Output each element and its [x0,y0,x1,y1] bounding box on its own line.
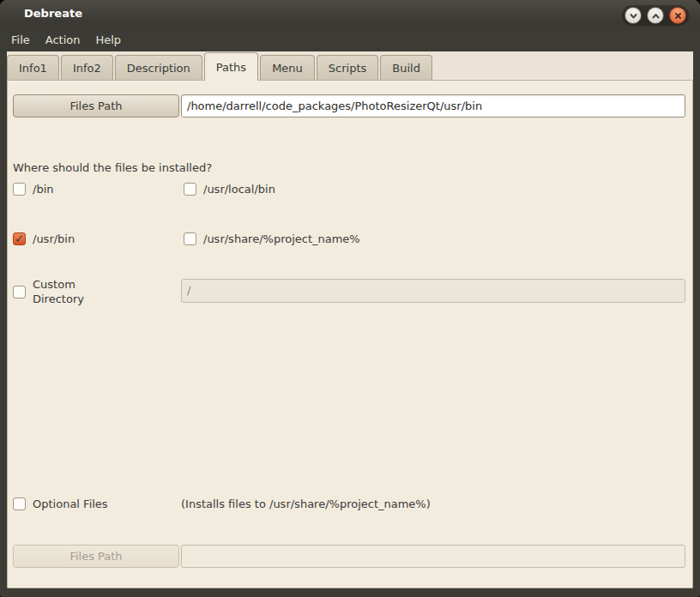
close-icon [673,11,683,21]
maximize-button[interactable] [647,7,664,24]
checkbox-usr-share-project-label: /usr/share/%project_name% [203,232,360,246]
tab-menu[interactable]: Menu [260,55,315,80]
custom-directory-input: / [181,279,685,303]
tab-strip: Info1 Info2 Description Paths Menu Scrip… [7,51,693,80]
chevron-up-icon [651,11,661,21]
checkbox-custom-directory-label: Custom Directory [33,277,101,306]
menu-action[interactable]: Action [38,29,88,51]
checkbox-usr-local-bin[interactable]: /usr/local/bin [184,182,275,196]
chevron-down-icon [629,11,638,21]
optional-files-path-input [181,545,685,568]
minimize-button[interactable] [625,7,642,24]
checkbox-usr-local-bin-label: /usr/local/bin [203,182,275,196]
checkbox-optional-files-label: Optional Files [33,497,108,511]
menu-bar: File Action Help [0,27,700,51]
tab-info1[interactable]: Info1 [7,55,59,80]
tab-info2[interactable]: Info2 [61,55,113,80]
tab-paths[interactable]: Paths [204,52,258,81]
checkbox-usr-bin-label: /usr/bin [33,232,75,246]
checkbox-bin-box[interactable] [13,183,26,196]
notebook: Info1 Info2 Description Paths Menu Scrip… [7,51,693,588]
files-path-input[interactable]: /home/darrell/code_packages/PhotoResizer… [181,94,685,118]
title-bar: Debreate [0,0,700,27]
checkbox-optional-files-box[interactable] [13,498,26,510]
optional-files-note: (Installs files to /usr/share/%project_n… [181,498,431,510]
menu-help[interactable]: Help [88,29,129,51]
tab-description[interactable]: Description [115,55,202,80]
app-window: Debreate File Action Help [0,0,700,597]
checkbox-bin-label: /bin [33,182,53,196]
paths-page: Files Path /home/darrell/code_packages/P… [7,80,693,588]
checkbox-usr-share-project[interactable]: /usr/share/%project_name% [184,232,360,246]
checkbox-bin[interactable]: /bin [13,182,53,196]
install-question-label: Where should the files be installed? [13,161,212,174]
tab-scripts[interactable]: Scripts [317,55,378,80]
checkbox-usr-local-bin-box[interactable] [184,183,196,196]
window-title: Debreate [24,0,82,27]
window-controls [622,5,689,26]
checkbox-custom-directory-box[interactable] [13,286,26,298]
files-path-button[interactable]: Files Path [13,94,179,118]
menu-file[interactable]: File [3,29,38,51]
checkbox-usr-share-project-box[interactable] [184,232,196,245]
checkbox-usr-bin[interactable]: /usr/bin [13,232,75,246]
tab-build[interactable]: Build [380,55,432,80]
checkbox-usr-bin-box[interactable] [13,232,26,245]
close-button[interactable] [669,7,686,24]
checkbox-custom-directory[interactable]: Custom Directory [13,277,101,306]
checkbox-optional-files[interactable]: Optional Files [13,497,108,511]
optional-files-path-button: Files Path [13,545,179,568]
